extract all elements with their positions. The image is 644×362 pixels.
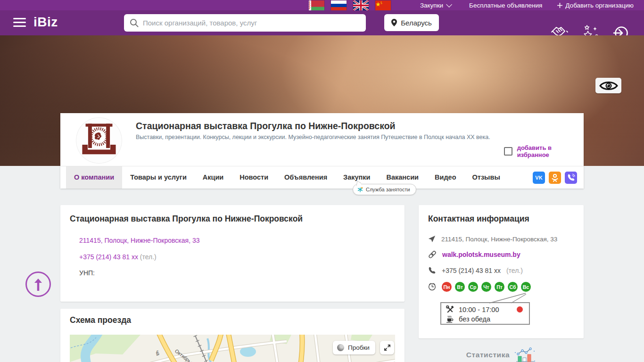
status-dot: [517, 306, 523, 313]
country-label: Беларусь: [401, 19, 432, 27]
expand-icon: [384, 344, 391, 351]
search-bar[interactable]: [124, 14, 366, 32]
scroll-to-top-button[interactable]: [25, 272, 51, 297]
about-title: Стационарная выставка Прогулка по Нижне-…: [70, 214, 303, 224]
country-selector-button[interactable]: Беларусь: [384, 14, 439, 31]
lunch-note: без обеда: [459, 315, 490, 323]
company-subtitle: Выставки, презентации. Конкурсы, лекции …: [136, 134, 513, 140]
tab-about[interactable]: О компании: [66, 166, 122, 189]
tab-ads[interactable]: Объявления: [276, 166, 335, 189]
accessibility-eye-button[interactable]: [595, 78, 621, 93]
unp-label: УНП:: [79, 269, 95, 277]
map-card: Схема проезда: [60, 309, 405, 362]
russia-flag[interactable]: [331, 0, 347, 10]
company-title: Стационарная выставка Прогулка по Нижне-…: [136, 121, 396, 132]
odnoklassniki-icon[interactable]: [549, 172, 561, 184]
about-card: Стационарная выставка Прогулка по Нижне-…: [60, 205, 405, 302]
plus-icon: [557, 3, 562, 8]
website-link[interactable]: walk.polotsk.museum.by: [442, 251, 520, 258]
employment-service-tooltip[interactable]: Служба занятости: [353, 184, 416, 195]
favorite-checkbox[interactable]: [504, 147, 512, 156]
map-expand-button[interactable]: [380, 341, 394, 354]
company-logo: [76, 118, 122, 163]
day-badge-thu[interactable]: Чт: [481, 282, 491, 292]
procurement-menu[interactable]: Закупки: [420, 2, 450, 9]
schedule-row: Пн Вт Ср Чт Пт Сб Вс: [428, 282, 531, 292]
day-badge-wed[interactable]: Ср: [468, 282, 478, 292]
contact-phone-row: +375 (214) 43 81 xx (тел.): [428, 266, 523, 274]
procurement-label: Закупки: [420, 2, 443, 9]
search-icon: [130, 18, 139, 27]
add-to-favorites[interactable]: добавить в избранное: [504, 144, 584, 158]
belarus-flag[interactable]: [309, 0, 324, 10]
navigation-arrow-icon: [428, 235, 436, 243]
vk-icon[interactable]: VK: [533, 172, 545, 184]
phone-icon: [428, 266, 436, 274]
day-badge-mon[interactable]: Пн: [442, 282, 452, 292]
tab-reviews[interactable]: Отзывы: [464, 166, 508, 189]
add-organization-link[interactable]: Добавить организацию: [557, 2, 634, 9]
eye-icon: [599, 80, 618, 92]
schedule-tooltip: 10:00 - 17:00 без обеда: [440, 302, 530, 325]
traffic-light-icon: [337, 344, 344, 351]
main-header: iBiz Беларусь 0: [0, 10, 644, 35]
weekday-badges: Пн Вт Ср Чт Пт Сб Вс: [442, 282, 531, 292]
map-title: Схема проезда: [70, 315, 131, 325]
company-card: Стационарная выставка Прогулка по Нижне-…: [60, 113, 584, 189]
contact-card: Контактная информация 211415, Полоцк, Ни…: [419, 205, 584, 338]
schedule-callout-pointer: [480, 291, 532, 304]
contact-address-row: 211415, Полоцк, Нижне-Покровская, 33: [428, 235, 557, 243]
bar-chart-icon: [514, 347, 536, 362]
viber-icon[interactable]: [565, 172, 577, 184]
snowflake-icon: [357, 187, 363, 192]
working-hours: 10:00 - 17:00: [459, 306, 499, 313]
day-badge-tue[interactable]: Вт: [455, 282, 465, 292]
day-badge-fri[interactable]: Пт: [495, 282, 504, 292]
day-badge-sun[interactable]: Вс: [521, 282, 531, 292]
arrow-up-icon: [33, 278, 43, 291]
uk-flag[interactable]: [353, 0, 369, 10]
traffic-button[interactable]: Пробки: [333, 341, 375, 354]
day-badge-sat[interactable]: Сб: [508, 282, 518, 292]
link-icon: [428, 250, 437, 259]
tab-products[interactable]: Товары и услуги: [122, 166, 195, 189]
tab-news[interactable]: Новости: [231, 166, 276, 189]
statistics-link[interactable]: Статистика: [419, 347, 584, 362]
tab-video[interactable]: Видео: [427, 166, 464, 189]
about-phone: +375 (214) 43 81 xx (тел.): [79, 253, 157, 261]
company-tabs: О компании Товары и услуги Акции Новости…: [60, 166, 584, 189]
clock-icon: [428, 283, 436, 291]
tab-promotions[interactable]: Акции: [195, 166, 231, 189]
chevron-down-icon: [446, 1, 452, 8]
top-strip: Закупки Бесплатные объявления Добавить о…: [0, 0, 644, 10]
favorite-label: добавить в избранное: [517, 144, 584, 158]
contact-title: Контактная информация: [428, 214, 529, 224]
search-input[interactable]: [143, 19, 360, 27]
location-pin-icon: [391, 19, 397, 26]
coffee-cup-icon: [446, 315, 454, 323]
contact-website-row[interactable]: walk.polotsk.museum.by: [428, 250, 520, 259]
social-links: VK: [533, 172, 577, 184]
china-flag[interactable]: [375, 0, 391, 10]
tools-icon: [446, 305, 454, 313]
hamburger-menu-icon[interactable]: [13, 18, 26, 28]
museum-emblem-icon: [80, 122, 118, 159]
about-address-link[interactable]: 211415, Полоцк, Нижне-Покровская, 33: [79, 237, 200, 244]
free-ads-link[interactable]: Бесплатные объявления: [469, 2, 542, 9]
site-logo[interactable]: iBiz: [33, 15, 58, 30]
